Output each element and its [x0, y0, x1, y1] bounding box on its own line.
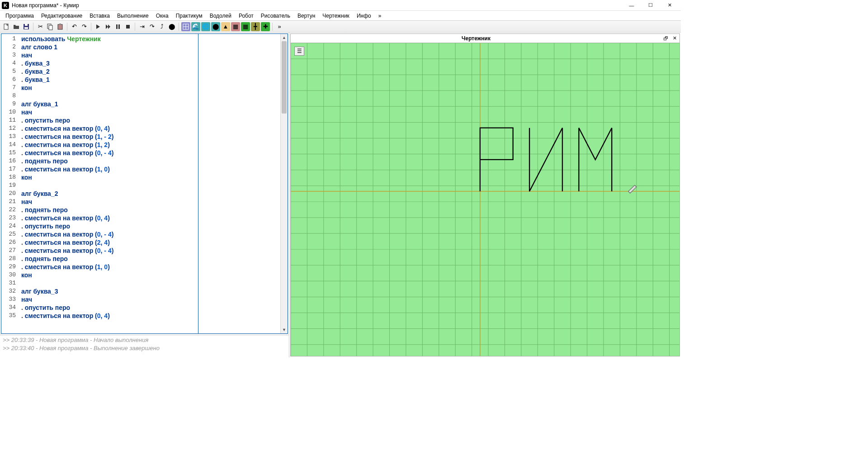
window-buttons: — ☐ ✕: [626, 1, 679, 10]
actor-4-icon[interactable]: ⬤: [211, 22, 220, 31]
step-out-icon[interactable]: ⤴: [157, 22, 166, 31]
draw-panel: Чертежник 🗗 ✕ ☰: [290, 33, 680, 356]
console-output: >> 20:33:39 - Новая программа - Начало в…: [0, 335, 289, 357]
svg-rect-8: [116, 24, 118, 29]
svg-rect-7: [59, 24, 61, 25]
undo-icon[interactable]: ↶: [70, 22, 79, 31]
menu-item-6[interactable]: Водолей: [207, 12, 234, 20]
draw-panel-titlebar: Чертежник 🗗 ✕: [291, 34, 679, 43]
menu-item-8[interactable]: Рисователь: [258, 12, 293, 20]
menu-item-4[interactable]: Окна: [153, 12, 171, 20]
toolbar: ✂ ↶ ↷ ⇥ ↷ ⤴ ⬤ 🌊 🌐 ⬤ ▲ ▦ ▦ ╋ ✚ »: [0, 21, 681, 33]
canvas-menu-icon[interactable]: ☰: [294, 47, 304, 56]
scroll-down-icon[interactable]: ▼: [281, 326, 288, 333]
scroll-track[interactable]: [281, 41, 288, 326]
breakpoint-icon[interactable]: ⬤: [167, 22, 176, 31]
toolbar-more-icon[interactable]: »: [275, 22, 284, 31]
menu-item-0[interactable]: Программа: [3, 12, 37, 20]
actor-9-icon[interactable]: ✚: [261, 22, 270, 31]
menu-item-1[interactable]: Редактирование: [38, 12, 85, 20]
svg-rect-10: [126, 25, 130, 28]
menu-item-9[interactable]: Вертун: [295, 12, 318, 20]
pause-icon[interactable]: [113, 22, 123, 31]
draw-panel-close-icon[interactable]: ✕: [670, 35, 679, 42]
svg-rect-6: [58, 24, 62, 29]
minimize-button[interactable]: —: [626, 1, 637, 10]
actor-1-icon[interactable]: [181, 22, 190, 31]
svg-rect-5: [49, 25, 52, 30]
window-title: Новая программа* - Кумир: [12, 2, 626, 9]
app-icon: K: [2, 2, 9, 9]
actor-8-icon[interactable]: ╋: [251, 22, 260, 31]
drawing-canvas[interactable]: ☰: [291, 43, 679, 356]
open-file-icon[interactable]: [12, 22, 21, 31]
actor-7-icon[interactable]: ▦: [241, 22, 250, 31]
copy-icon[interactable]: [46, 22, 55, 31]
new-file-icon[interactable]: [2, 22, 11, 31]
save-file-icon[interactable]: [22, 22, 31, 31]
menu-item-12[interactable]: »: [376, 12, 384, 20]
editor[interactable]: 1234567891011121314151617181920212223242…: [1, 33, 288, 334]
draw-panel-restore-icon[interactable]: 🗗: [661, 35, 670, 42]
actor-6-icon[interactable]: ▦: [231, 22, 240, 31]
actor-2-icon[interactable]: 🌊: [191, 22, 200, 31]
run-icon[interactable]: [94, 22, 103, 31]
menu-item-2[interactable]: Вставка: [87, 12, 113, 20]
actor-3-icon[interactable]: 🌐: [201, 22, 210, 31]
menu-item-7[interactable]: Робот: [236, 12, 256, 20]
line-gutter: 1234567891011121314151617181920212223242…: [1, 34, 19, 333]
step-over-icon[interactable]: ↷: [147, 22, 156, 31]
left-pane: 1234567891011121314151617181920212223242…: [0, 33, 289, 357]
step-into-icon[interactable]: ⇥: [137, 22, 146, 31]
redo-icon[interactable]: ↷: [80, 22, 89, 31]
editor-split[interactable]: [198, 34, 198, 333]
svg-rect-9: [118, 24, 120, 29]
close-button[interactable]: ✕: [664, 1, 675, 10]
maximize-button[interactable]: ☐: [645, 1, 656, 10]
titlebar: K Новая программа* - Кумир — ☐ ✕: [0, 0, 681, 11]
scroll-up-icon[interactable]: ▲: [281, 34, 288, 41]
editor-scrollbar[interactable]: ▲ ▼: [280, 34, 288, 333]
run-step-icon[interactable]: [104, 22, 113, 31]
stop-icon[interactable]: [123, 22, 132, 31]
svg-rect-2: [25, 24, 28, 26]
draw-panel-title: Чертежник: [291, 35, 661, 42]
cut-icon[interactable]: ✂: [36, 22, 45, 31]
actor-5-icon[interactable]: ▲: [221, 22, 230, 31]
paste-icon[interactable]: [56, 22, 65, 31]
menu-item-3[interactable]: Выполнение: [114, 12, 151, 20]
menu-item-5[interactable]: Практикум: [173, 12, 205, 20]
menu-item-10[interactable]: Чертежник: [320, 12, 352, 20]
menubar: ПрограммаРедактированиеВставкаВыполнение…: [0, 11, 681, 21]
scroll-thumb[interactable]: [282, 41, 287, 114]
menu-item-11[interactable]: Инфо: [354, 12, 374, 20]
svg-rect-3: [24, 27, 28, 29]
code-area[interactable]: использовать Чертежникалг слово 1нач. бу…: [19, 34, 280, 333]
